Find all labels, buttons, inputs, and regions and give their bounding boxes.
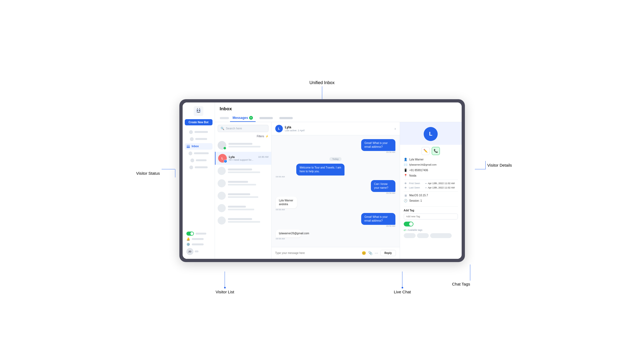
detail-divider-2 <box>404 191 458 192</box>
tab-messages[interactable]: Messages ● <box>230 114 256 122</box>
tag-divider <box>404 207 458 207</box>
visitor-avatar-lyla: L f <box>218 154 227 163</box>
detail-phone: +91 859917406 <box>409 169 428 172</box>
user-row: JD <box>186 248 211 255</box>
nav-label-2 <box>195 138 207 140</box>
app-window: Create New Bot Inbox <box>183 102 462 259</box>
visitor-name-ph1 <box>228 143 252 145</box>
person-icon: 👤 <box>404 158 408 161</box>
tag-chip-3[interactable] <box>430 233 452 238</box>
device-frame: Create New Bot Inbox <box>179 99 465 262</box>
tag-toggle-row <box>404 222 458 226</box>
svg-rect-4 <box>187 147 190 148</box>
sidebar-bottom: 🔔 ⚙️ JD <box>185 232 213 255</box>
tag-toggle[interactable] <box>404 222 413 226</box>
add-tag-section: Add Tag 🏷 Available tags <box>400 204 462 241</box>
add-tag-label: Add Tag <box>404 209 458 212</box>
visitor-preview-ph1 <box>228 146 260 147</box>
nav-icon-1 <box>189 130 193 134</box>
visitor-info-ph2 <box>228 169 269 173</box>
search-box[interactable]: 🔍 Search here <box>218 125 269 132</box>
detail-phone-row: 📱 +91 859917406 <box>404 169 458 172</box>
edit-button[interactable]: ✏️ <box>422 147 430 155</box>
attachment-icon[interactable]: 📎 <box>368 251 373 255</box>
annotation-visitor-details-container: Visitor Details <box>475 161 512 169</box>
messages-badge: ● <box>249 116 253 120</box>
emoji-icon[interactable]: 😊 <box>362 251 366 255</box>
visitor-placeholder-5[interactable] <box>215 202 271 214</box>
visitor-placeholder-1[interactable] <box>215 139 271 152</box>
create-bot-button[interactable]: Create New Bot <box>185 119 213 125</box>
tag-chip-2[interactable] <box>417 233 429 238</box>
sidebar-nav-row-3 <box>187 150 210 156</box>
annotation-visitor-list-container: Visitor List <box>216 271 234 294</box>
status-toggle-row <box>186 232 211 236</box>
details-avatar: L <box>424 127 438 141</box>
visitor-placeholder-4[interactable] <box>215 190 271 202</box>
detail-location-row: 📍 Noida <box>404 174 458 177</box>
email-icon: ✉️ <box>404 163 408 167</box>
chat-header-left: L Lyla Last active: 2 April <box>275 125 305 132</box>
body-row: 🔍 Search here Filters ⚡ <box>215 122 462 259</box>
visitor-time-lyla: 10:30 AM <box>258 156 268 158</box>
first-seen-label: First Seen <box>409 182 424 185</box>
sidebar-nav-row-2 <box>188 136 209 142</box>
status-toggle[interactable] <box>186 232 194 236</box>
search-input[interactable]: Search here <box>226 127 242 130</box>
annotation-visitor-status-container: Visitor Status <box>136 169 175 177</box>
msg-time-4: 09:58 AM <box>276 208 285 211</box>
more-options-icon[interactable]: ⋯ <box>375 251 378 255</box>
visitor-info-ph6 <box>228 218 269 223</box>
visitor-search: 🔍 Search here <box>215 122 271 134</box>
visitor-item-lyla[interactable]: L f Lyla 10:30 AM Hi! I need sup <box>215 152 271 165</box>
gear-icon[interactable]: ⚙️ <box>186 243 190 246</box>
chat-input-row: 😊 📎 ⋯ Reply <box>271 247 400 259</box>
message-6: lylawarner26@gmail.com 09:58 AM <box>276 229 312 241</box>
visitor-placeholder-2[interactable] <box>215 165 271 177</box>
details-actions-row: ✏️ 📞 <box>400 147 462 155</box>
svg-point-1 <box>197 110 198 111</box>
annotation-live-chat: Live Chat <box>394 290 411 294</box>
clock-icon: 🕐 <box>404 199 408 202</box>
main-content: Inbox Messages ● <box>215 102 462 259</box>
sidebar-item-inbox[interactable]: Inbox <box>185 143 213 150</box>
nav-icon-3 <box>189 152 192 155</box>
last-seen-label: Last Seen <box>409 186 424 189</box>
visitor-placeholder-6[interactable] <box>215 214 271 227</box>
available-tags-label: 🏷 Available tags <box>404 229 458 232</box>
visitor-info-ph1 <box>228 143 269 147</box>
visitor-name-row: Lyla 10:30 AM <box>229 155 269 159</box>
inbox-header: Inbox Messages ● <box>215 102 462 122</box>
user-avatar[interactable]: JD <box>186 248 193 255</box>
phone-button[interactable]: 📞 <box>432 147 440 155</box>
fb-badge: f <box>224 160 227 163</box>
message-4: Lyla Warner andotra 09:58 AM <box>276 197 307 212</box>
visitor-placeholder-3[interactable] <box>215 177 271 190</box>
tab-2[interactable] <box>257 115 276 121</box>
last-seen-row: 👁 Last Seen Apr 13th, 2022 11:02 AM <box>404 186 458 189</box>
chat-panel: L Lyla Last active: 2 April › <box>271 122 400 259</box>
detail-email-row: ✉️ lylawarner26@gmail.com <box>404 163 458 167</box>
filter-row: Filters ⚡ <box>215 134 271 139</box>
detail-divider-1 <box>404 180 458 180</box>
msg-time-3: 09:58 AM <box>386 192 395 194</box>
reply-button[interactable]: Reply <box>380 250 396 256</box>
details-avatar-row: L <box>400 122 462 145</box>
nav-label-5 <box>195 166 208 168</box>
msg-bubble-outgoing-5: Great! What is your email address? <box>361 213 395 225</box>
filter-icon[interactable]: ⚡ <box>265 135 269 138</box>
tab-3[interactable] <box>277 115 295 121</box>
settings-row: ⚙️ <box>186 243 211 246</box>
nav-label-4 <box>196 159 207 161</box>
chat-message-input[interactable] <box>275 252 360 255</box>
filter-label: Filters <box>257 135 264 138</box>
sidebar-nav-row-5 <box>188 164 209 170</box>
tag-input[interactable] <box>404 214 458 219</box>
msg-bubble-outgoing-1: Great! What is your email address? <box>361 139 395 151</box>
bell-icon[interactable]: 🔔 <box>186 237 190 241</box>
msg-bubble-incoming-6: lylawarner26@gmail.com <box>276 229 301 238</box>
detail-email: lylawarner26@gmail.com <box>409 163 437 166</box>
annotation-chat-tags-container: Chat Tags <box>452 264 470 286</box>
message-2: Welcome to Tour and Travels. I am here t… <box>276 164 344 179</box>
tag-chip-1[interactable] <box>404 233 416 238</box>
